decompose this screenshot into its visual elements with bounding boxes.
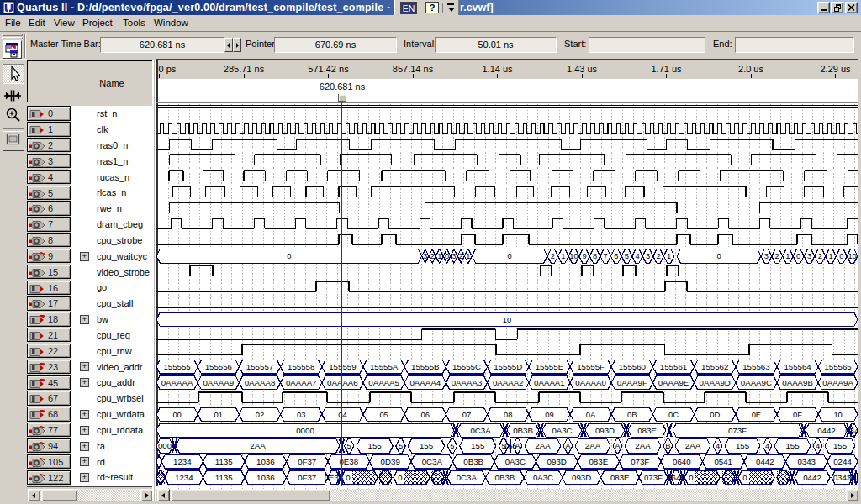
svg-text:6: 6 [614,251,618,260]
svg-text:073F: 073F [644,473,663,482]
svg-text:155561: 155561 [660,362,687,371]
svg-text:4: 4 [716,441,720,450]
svg-text:155559: 155559 [329,362,356,371]
svg-text:155560: 155560 [619,362,647,371]
svg-text:09: 09 [545,410,553,419]
svg-text:0: 0 [689,473,693,482]
svg-text:2: 2 [551,251,555,260]
svg-text:2: 2 [656,251,660,260]
svg-text:2.29 us: 2.29 us [820,64,851,74]
svg-text:01: 01 [214,410,223,419]
svg-text:0B3B: 0B3B [495,473,515,482]
svg-text:2: 2 [430,251,434,260]
svg-text:2: 2 [775,251,779,260]
svg-text:0A3C: 0A3C [533,473,553,482]
svg-text:155: 155 [420,441,433,450]
svg-text:2AA: 2AA [535,441,551,450]
svg-text:155: 155 [368,441,382,450]
svg-text:0: 0 [445,251,449,260]
svg-text:1: 1 [466,251,470,260]
svg-text:0: 0 [508,251,512,260]
svg-text:0AAA9D: 0AAA9D [700,378,731,387]
svg-text:0AAA9A: 0AAA9A [822,378,853,387]
svg-text:08: 08 [504,410,512,419]
svg-text:083E: 083E [610,473,630,482]
svg-text:1: 1 [667,251,671,260]
svg-text:155564: 155564 [784,362,811,371]
svg-text:155: 155 [471,441,484,450]
svg-text:0AAAA2: 0AAAA2 [493,378,524,387]
svg-text:04: 04 [338,410,346,419]
svg-text:2AA: 2AA [585,441,601,450]
svg-text:15555F: 15555F [577,362,605,371]
svg-text:0AAA9E: 0AAA9E [658,378,689,387]
svg-text:0D39: 0D39 [381,457,400,466]
svg-text:5: 5 [347,441,351,450]
svg-text:3: 3 [646,251,650,260]
svg-text:571.42 ns: 571.42 ns [308,64,349,74]
svg-text:155: 155 [785,441,799,450]
svg-text:5: 5 [399,441,403,450]
svg-text:093D: 093D [595,426,615,435]
svg-text:155: 155 [833,441,847,450]
svg-text:1.71 us: 1.71 us [651,64,682,74]
svg-text:03: 03 [297,410,305,419]
svg-text:155557: 155557 [246,362,273,371]
svg-text:0: 0 [742,473,747,482]
svg-text:0442: 0442 [803,473,821,482]
svg-text:5: 5 [450,441,454,450]
svg-text:1.43 us: 1.43 us [567,64,598,74]
svg-text:1036: 1036 [256,473,275,482]
svg-text:5: 5 [625,251,629,260]
svg-text:2: 2 [818,251,822,260]
svg-text:0AAAA5: 0AAAA5 [368,378,399,387]
svg-text:0A: 0A [586,410,596,419]
svg-text:15555B: 15555B [411,362,439,371]
svg-text:0C3A: 0C3A [470,426,491,435]
svg-text:15555E: 15555E [536,362,564,371]
svg-text:10: 10 [848,251,856,260]
svg-text:0AAAA1: 0AAAA1 [534,378,565,387]
svg-text:05: 05 [379,410,388,419]
svg-text:857.14 ns: 857.14 ns [393,64,434,74]
svg-text:A: A [615,441,621,450]
svg-text:000: 000 [158,441,172,450]
svg-text:1: 1 [561,251,565,260]
svg-text:A: A [565,441,571,450]
svg-text:07: 07 [462,410,471,419]
svg-text:2.0 us: 2.0 us [738,64,763,74]
svg-text:155555: 155555 [163,362,190,371]
svg-text:1135: 1135 [215,473,233,482]
svg-text:0D: 0D [710,410,720,419]
svg-text:0A3C: 0A3C [505,457,526,466]
svg-text:0: 0 [796,251,800,260]
svg-text:B: B [665,441,670,450]
svg-text:15555D: 15555D [494,362,522,371]
svg-text:15555C: 15555C [452,362,481,371]
svg-text:0AAAA9: 0AAAA9 [203,378,234,387]
svg-text:2AA: 2AA [685,441,701,450]
svg-text:0442: 0442 [756,457,774,466]
svg-text:8: 8 [593,251,597,260]
svg-text:0AAAA4: 0AAAA4 [409,378,441,387]
svg-text:0AAA9C: 0AAA9C [741,378,772,387]
svg-text:0AAA9F: 0AAA9F [617,378,647,387]
svg-text:0AAAA7: 0AAAA7 [286,378,317,387]
svg-text:7: 7 [604,251,608,260]
svg-text:0541: 0541 [714,457,732,466]
svg-text:0: 0 [716,251,721,260]
svg-text:0AAA9B: 0AAA9B [782,378,813,387]
svg-text:620.681 ns: 620.681 ns [320,81,366,92]
svg-text:073F: 073F [728,426,747,435]
svg-text:0442: 0442 [817,426,836,435]
svg-text:0: 0 [398,473,402,482]
svg-text:9: 9 [582,251,586,260]
svg-text:1036: 1036 [256,457,275,466]
svg-text:0343: 0343 [797,457,816,466]
svg-text:0A3C: 0A3C [552,426,572,435]
svg-text:0AAAA3: 0AAAA3 [452,378,483,387]
svg-text:155563: 155563 [742,362,769,371]
svg-text:0AAAA0: 0AAAA0 [575,378,606,387]
svg-text:0: 0 [839,251,843,260]
svg-text:083E: 083E [589,457,608,466]
